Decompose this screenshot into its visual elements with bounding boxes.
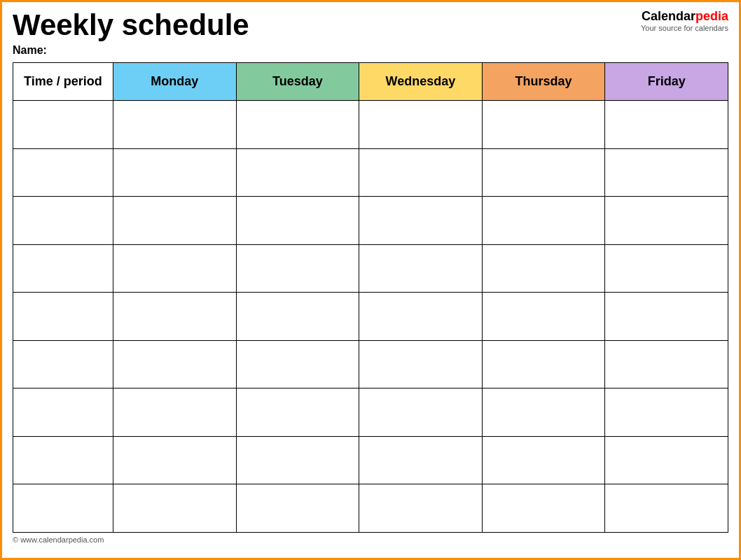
schedule-cell	[482, 340, 605, 388]
header-area: Weekly schedule Calendarpedia Your sourc…	[13, 9, 728, 41]
table-row	[13, 484, 728, 533]
header-row: Time / period Monday Tuesday Wednesday T…	[13, 63, 728, 101]
time-cell	[13, 340, 113, 388]
logo: Calendarpedia	[641, 9, 728, 24]
schedule-cell	[605, 244, 728, 293]
page-title: Weekly schedule	[13, 9, 249, 41]
schedule-cell	[113, 436, 236, 484]
schedule-cell	[113, 101, 236, 149]
schedule-cell	[359, 293, 483, 341]
schedule-cell	[113, 148, 236, 197]
table-row	[13, 148, 728, 197]
schedule-cell	[113, 388, 236, 437]
table-row	[13, 436, 728, 484]
schedule-cell	[359, 148, 483, 197]
schedule-cell	[113, 484, 236, 533]
schedule-cell	[236, 293, 359, 341]
table-row	[13, 388, 728, 437]
schedule-cell	[359, 436, 483, 484]
logo-pedia: pedia	[695, 9, 728, 23]
schedule-cell	[605, 388, 728, 437]
time-cell	[13, 101, 113, 149]
logo-area: Calendarpedia Your source for calendars	[641, 9, 728, 32]
header-time: Time / period	[13, 63, 113, 101]
time-cell	[13, 197, 113, 245]
table-row	[13, 101, 728, 149]
schedule-cell	[236, 436, 359, 484]
schedule-cell	[359, 340, 483, 388]
schedule-cell	[482, 436, 605, 484]
header-friday: Friday	[605, 63, 728, 101]
table-row	[13, 340, 728, 388]
time-cell	[13, 388, 113, 437]
time-cell	[13, 484, 113, 533]
schedule-cell	[236, 101, 359, 149]
schedule-cell	[482, 197, 605, 245]
name-label: Name:	[13, 44, 728, 57]
schedule-cell	[236, 244, 359, 293]
header-monday: Monday	[113, 63, 236, 101]
schedule-cell	[482, 101, 605, 149]
schedule-cell	[482, 244, 605, 293]
header-tuesday: Tuesday	[236, 63, 359, 101]
time-cell	[13, 436, 113, 484]
schedule-cell	[236, 484, 359, 533]
table-row	[13, 244, 728, 293]
schedule-cell	[482, 293, 605, 341]
schedule-body	[13, 101, 728, 533]
schedule-cell	[482, 388, 605, 437]
time-cell	[13, 293, 113, 341]
schedule-cell	[113, 293, 236, 341]
page-container: Weekly schedule Calendarpedia Your sourc…	[2, 2, 739, 558]
header-thursday: Thursday	[482, 63, 605, 101]
footer-url: © www.calendarpedia.com	[13, 536, 104, 544]
time-cell	[13, 148, 113, 197]
schedule-cell	[482, 484, 605, 533]
schedule-cell	[605, 293, 728, 341]
logo-calendar: Calendar	[642, 9, 695, 23]
schedule-cell	[605, 197, 728, 245]
schedule-cell	[236, 148, 359, 197]
schedule-cell	[359, 388, 483, 437]
schedule-cell	[605, 484, 728, 533]
schedule-cell	[605, 148, 728, 197]
schedule-cell	[359, 197, 483, 245]
table-row	[13, 293, 728, 341]
schedule-cell	[605, 340, 728, 388]
schedule-cell	[605, 101, 728, 149]
footer: © www.calendarpedia.com	[13, 533, 728, 544]
table-row	[13, 197, 728, 245]
schedule-cell	[359, 101, 483, 149]
header-wednesday: Wednesday	[359, 63, 483, 101]
schedule-cell	[605, 436, 728, 484]
schedule-table: Time / period Monday Tuesday Wednesday T…	[13, 62, 728, 533]
time-cell	[13, 244, 113, 293]
schedule-cell	[359, 484, 483, 533]
schedule-cell	[236, 197, 359, 245]
schedule-cell	[482, 148, 605, 197]
schedule-cell	[359, 244, 483, 293]
schedule-cell	[113, 197, 236, 245]
schedule-cell	[113, 340, 236, 388]
schedule-cell	[113, 244, 236, 293]
logo-tagline: Your source for calendars	[641, 24, 728, 32]
schedule-cell	[236, 340, 359, 388]
schedule-cell	[236, 388, 359, 437]
